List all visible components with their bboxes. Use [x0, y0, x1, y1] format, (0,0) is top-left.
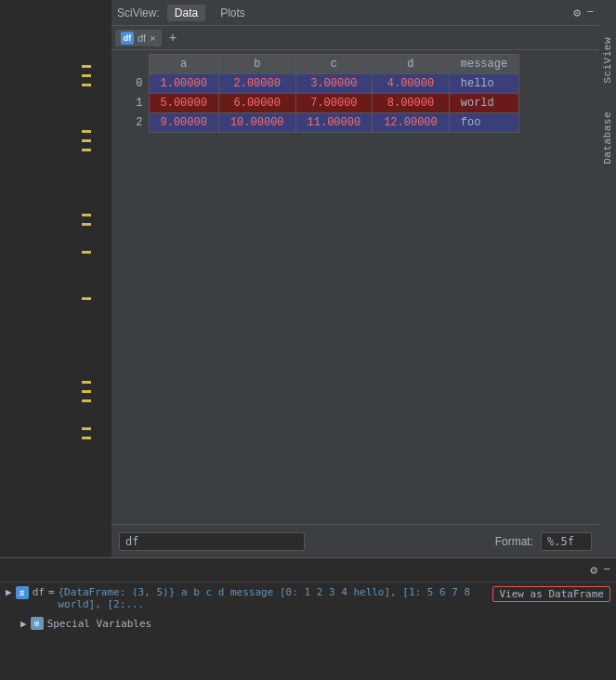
col-header-d[interactable]: d [373, 55, 450, 74]
row-index-1: 1 [121, 94, 149, 113]
marker-7 [82, 214, 91, 216]
cell-1-d[interactable]: 8.00000 [373, 94, 450, 113]
marker-8 [82, 223, 91, 226]
debug-gear-icon[interactable]: ⚙ [590, 563, 597, 578]
marker-10 [82, 297, 91, 300]
special-expand-arrow[interactable]: ▶ [20, 618, 27, 630]
cell-2-a[interactable]: 9.00000 [149, 113, 218, 133]
cell-2-c[interactable]: 11.00000 [295, 113, 373, 133]
marker-11 [82, 381, 91, 384]
marker-4 [82, 130, 91, 133]
cell-0-message[interactable]: hello [449, 74, 518, 94]
tab-data[interactable]: Data [167, 5, 205, 21]
minimize-icon[interactable]: − [586, 6, 594, 20]
sciview-title: SciView: [117, 7, 160, 20]
debug-header: ⚙ − [0, 558, 616, 582]
col-header-c[interactable]: c [295, 55, 373, 74]
marker-12 [82, 390, 91, 393]
tab-label: df [138, 33, 146, 44]
table-row: 2 9.00000 10.00000 11.00000 12.00000 foo [121, 113, 519, 133]
cell-0-a[interactable]: 1.00000 [149, 74, 218, 94]
data-table-area[interactable]: a b c d message 0 1.00000 2.00000 3.0000… [111, 50, 599, 524]
debug-df-row: ▶ ≡ df = {DataFrame: (3, 5)} a b c d mes… [0, 582, 616, 614]
add-tab-button[interactable]: + [165, 31, 180, 46]
data-table: a b c d message 0 1.00000 2.00000 3.0000… [121, 54, 519, 133]
col-header-message[interactable]: message [449, 55, 518, 74]
debug-value-text: {DataFrame: (3, 5)} a b c d message [0: … [59, 586, 490, 610]
marker-14 [82, 427, 91, 430]
cell-2-message[interactable]: foo [449, 113, 518, 133]
special-vars-row: ▶ ⊞ Special Variables [0, 614, 616, 633]
right-tab-panel: SciView Database [599, 0, 616, 557]
df-icon: df [121, 32, 134, 45]
view-as-dataframe-button[interactable]: View as DataFrame [492, 586, 610, 602]
sciview-panel: SciView: Data Plots ⚙ − df df × + a b c … [111, 0, 599, 557]
df-type-icon: ≡ [16, 586, 29, 599]
special-vars-label: Special Variables [47, 618, 152, 630]
cell-2-d[interactable]: 12.00000 [373, 113, 450, 133]
special-vars-icon: ⊞ [31, 617, 44, 630]
debug-panel: ⚙ − ▶ ≡ df = {DataFrame: (3, 5)} a b c d… [0, 557, 616, 680]
sciview-tab-label[interactable]: SciView [602, 37, 613, 84]
tab-plots[interactable]: Plots [213, 5, 253, 21]
marker-3 [82, 84, 91, 86]
debug-equals: = [48, 586, 55, 598]
debug-minus-icon[interactable]: − [603, 563, 610, 577]
format-input[interactable] [541, 532, 592, 551]
header-icons: ⚙ − [573, 6, 594, 20]
marker-9 [82, 251, 91, 254]
expand-arrow[interactable]: ▶ [6, 586, 12, 598]
col-header-a[interactable]: a [149, 55, 218, 74]
variable-input[interactable] [119, 532, 305, 551]
col-header-b[interactable]: b [218, 55, 295, 74]
bottom-bar: Format: [111, 524, 599, 557]
table-row: 0 1.00000 2.00000 3.00000 4.00000 hello [121, 74, 519, 94]
gear-icon[interactable]: ⚙ [573, 6, 581, 20]
marker-15 [82, 437, 91, 439]
marker-6 [82, 149, 91, 151]
cell-1-b[interactable]: 6.00000 [218, 94, 295, 113]
marker-13 [82, 399, 91, 402]
cell-1-message[interactable]: world [449, 94, 518, 113]
cell-0-c[interactable]: 3.00000 [295, 74, 373, 94]
col-header-index [121, 55, 149, 74]
tab-bar: df df × + [111, 26, 599, 50]
df-tab[interactable]: df df × [115, 30, 162, 46]
format-label: Format: [495, 535, 533, 548]
cell-1-a[interactable]: 5.00000 [149, 94, 218, 113]
cell-1-c[interactable]: 7.00000 [295, 94, 373, 113]
database-tab-label[interactable]: Database [602, 111, 613, 164]
debug-var-name: df [33, 586, 45, 598]
sciview-header: SciView: Data Plots ⚙ − [111, 0, 599, 26]
marker-5 [82, 139, 91, 142]
row-index-0: 0 [121, 74, 149, 94]
cell-0-b[interactable]: 2.00000 [218, 74, 295, 94]
tab-close-button[interactable]: × [150, 33, 155, 44]
cell-0-d[interactable]: 4.00000 [373, 74, 450, 94]
row-index-2: 2 [121, 113, 149, 133]
table-row: 1 5.00000 6.00000 7.00000 8.00000 world [121, 94, 519, 113]
marker-2 [82, 74, 91, 77]
left-sidebar [0, 0, 111, 557]
cell-2-b[interactable]: 10.00000 [218, 113, 295, 133]
marker-1 [82, 65, 91, 68]
